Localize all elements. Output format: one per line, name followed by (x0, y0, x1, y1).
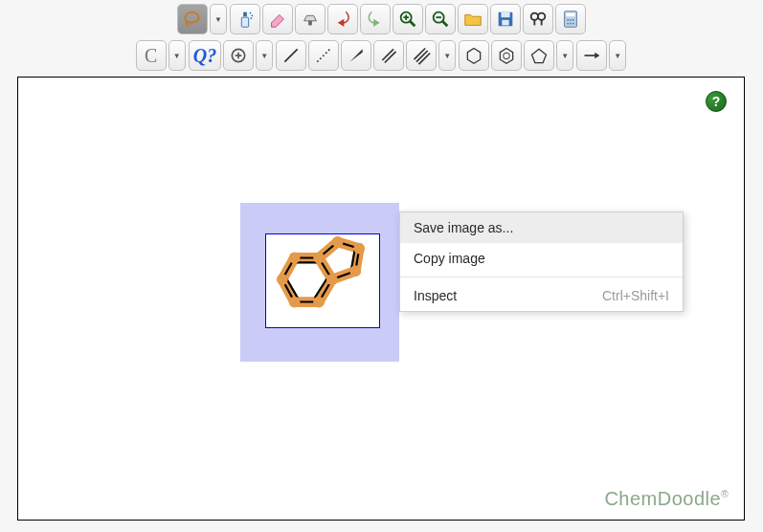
arrow-dropdown[interactable]: ▼ (609, 40, 626, 71)
query-button[interactable]: Q? (189, 40, 221, 71)
save-button[interactable] (490, 4, 521, 34)
bond-dropdown[interactable]: ▼ (438, 40, 456, 71)
dotted-bond-button[interactable] (308, 40, 339, 71)
svg-point-71 (326, 274, 338, 285)
eraser-icon (267, 9, 288, 30)
zoom-in-button[interactable] (393, 4, 423, 34)
calculator-icon (560, 9, 581, 30)
context-menu: Save image as... Copy image Inspect Ctrl… (399, 211, 684, 312)
carbon-element-button[interactable]: C (136, 40, 167, 71)
svg-line-32 (318, 49, 330, 61)
double-bond-button[interactable] (373, 40, 404, 71)
svg-point-72 (313, 297, 325, 308)
zoom-out-icon (430, 9, 451, 30)
svg-point-70 (313, 253, 325, 264)
lasso-tool-button[interactable] (177, 4, 208, 34)
search-button[interactable] (523, 4, 553, 34)
help-button[interactable]: ? (706, 91, 727, 112)
svg-rect-0 (241, 17, 248, 27)
svg-point-73 (289, 297, 301, 308)
brand-name: ChemDoodle (604, 488, 721, 509)
save-icon (495, 9, 516, 30)
calculator-button[interactable] (555, 4, 586, 34)
charge-dropdown[interactable]: ▼ (256, 40, 273, 71)
spray-tool-button[interactable] (230, 4, 260, 34)
search-icon (527, 9, 549, 30)
svg-marker-44 (595, 53, 600, 59)
menu-item-copy-image[interactable]: Copy image (400, 243, 683, 274)
svg-rect-21 (566, 13, 574, 17)
ring-dropdown[interactable]: ▼ (556, 40, 573, 71)
svg-point-3 (251, 14, 253, 16)
zoom-out-button[interactable] (425, 4, 456, 34)
menu-label: Save image as... (414, 220, 513, 235)
cyclohexane-button[interactable] (459, 40, 489, 71)
query-label: Q? (193, 45, 216, 67)
svg-rect-1 (243, 12, 247, 17)
pentagon-icon (529, 46, 549, 65)
clean-icon (300, 9, 321, 30)
triple-bond-icon (412, 46, 431, 65)
menu-separator (400, 277, 683, 277)
arrow-icon (582, 46, 601, 65)
svg-point-77 (332, 236, 344, 248)
charge-plus-button[interactable] (223, 40, 254, 71)
svg-marker-42 (532, 49, 547, 62)
spray-icon (235, 9, 256, 30)
eraser-tool-button[interactable] (262, 4, 293, 34)
svg-point-16 (531, 13, 538, 20)
svg-rect-15 (502, 20, 508, 25)
svg-marker-40 (501, 49, 513, 64)
indene-structure-icon (266, 234, 379, 327)
svg-point-27 (572, 23, 574, 25)
menu-label: Inspect (414, 288, 457, 303)
svg-marker-39 (468, 49, 481, 64)
undo-icon (332, 9, 353, 30)
svg-line-11 (442, 21, 448, 27)
toolbar-row-2: C ▼ Q? ▼ ▼ ▼ ▼ (0, 36, 763, 77)
molecule-thumbnail[interactable] (265, 233, 380, 328)
single-bond-button[interactable] (276, 40, 306, 71)
drawing-canvas[interactable]: ? (17, 77, 745, 521)
dotted-bond-icon (314, 46, 333, 65)
toolbar-row-1: ▼ (0, 0, 763, 36)
hexagon-icon (464, 46, 483, 65)
benzene-icon (497, 46, 516, 65)
menu-label: Copy image (414, 251, 485, 266)
zoom-in-icon (397, 9, 418, 30)
brand-watermark: ChemDoodle® (604, 488, 729, 510)
svg-line-7 (410, 21, 415, 27)
single-bond-icon (281, 46, 301, 65)
lasso-icon (182, 9, 203, 30)
menu-item-inspect[interactable]: Inspect Ctrl+Shift+I (400, 280, 683, 311)
charge-plus-icon (229, 46, 248, 65)
redo-button[interactable] (360, 4, 391, 34)
undo-button[interactable] (327, 4, 358, 34)
svg-point-74 (277, 274, 288, 285)
clean-tool-button[interactable] (295, 4, 325, 34)
wedge-bond-button[interactable] (341, 40, 371, 71)
brand-mark: ® (721, 489, 729, 499)
svg-point-76 (353, 243, 365, 255)
svg-rect-14 (501, 12, 509, 18)
help-label: ? (712, 94, 721, 109)
menu-item-save-image-as[interactable]: Save image as... (400, 212, 683, 243)
svg-line-31 (285, 49, 298, 61)
svg-point-23 (570, 19, 572, 21)
svg-point-41 (504, 53, 510, 59)
carbon-label: C (145, 45, 157, 67)
pentagon-button[interactable] (524, 40, 554, 71)
menu-shortcut: Ctrl+Shift+I (602, 288, 669, 303)
svg-point-17 (538, 13, 545, 20)
wedge-bond-icon (347, 46, 366, 65)
lasso-dropdown[interactable]: ▼ (210, 4, 227, 34)
element-dropdown[interactable]: ▼ (168, 40, 186, 71)
svg-rect-5 (308, 21, 312, 26)
svg-marker-33 (350, 49, 363, 61)
benzene-button[interactable] (491, 40, 522, 71)
double-bond-icon (379, 46, 398, 65)
svg-point-22 (567, 19, 569, 21)
triple-bond-button[interactable] (406, 40, 437, 71)
open-button[interactable] (458, 4, 488, 34)
arrow-button[interactable] (576, 40, 607, 71)
